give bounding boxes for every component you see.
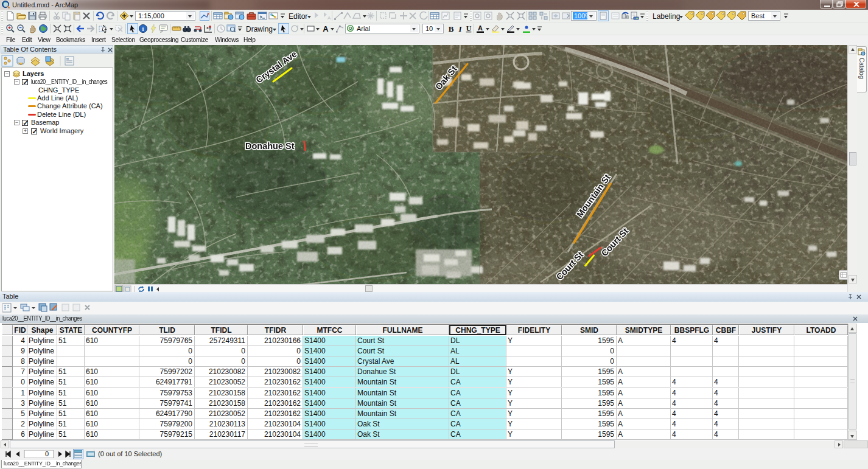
svg-text:I: I — [458, 24, 462, 33]
svg-text:Donahue St: Donahue St — [245, 141, 295, 151]
svg-text:i: i — [142, 26, 144, 32]
svg-text:O: O — [349, 26, 352, 31]
svg-text:A: A — [478, 24, 483, 32]
svg-text:U: U — [466, 24, 472, 33]
svg-text:0: 0 — [45, 450, 49, 457]
svg-text:A: A — [327, 15, 331, 21]
svg-text:B: B — [449, 24, 454, 33]
svg-text:A: A — [323, 24, 329, 33]
